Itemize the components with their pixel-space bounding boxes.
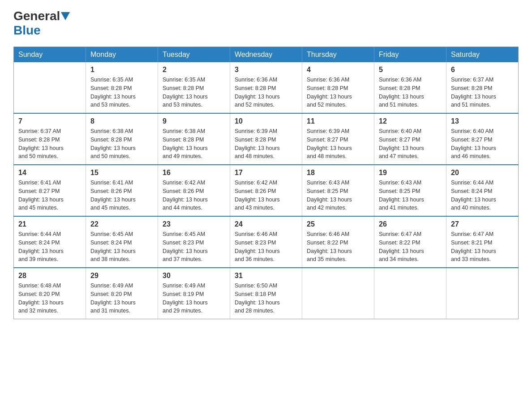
day-number: 26 bbox=[379, 220, 442, 228]
day-number: 12 bbox=[379, 117, 442, 125]
day-number: 11 bbox=[307, 117, 369, 125]
day-info: Sunrise: 6:38 AM Sunset: 8:28 PM Dayligh… bbox=[163, 127, 225, 161]
calendar-cell bbox=[302, 268, 374, 319]
calendar-cell: 31Sunrise: 6:50 AM Sunset: 8:18 PM Dayli… bbox=[230, 268, 302, 319]
calendar-cell: 18Sunrise: 6:43 AM Sunset: 8:25 PM Dayli… bbox=[302, 165, 374, 216]
header-wednesday: Wednesday bbox=[230, 47, 302, 63]
day-number: 10 bbox=[235, 117, 297, 125]
calendar-header-row: SundayMondayTuesdayWednesdayThursdayFrid… bbox=[14, 47, 519, 63]
calendar-cell bbox=[14, 62, 86, 113]
calendar-cell: 26Sunrise: 6:47 AM Sunset: 8:22 PM Dayli… bbox=[374, 216, 446, 268]
calendar-week-row: 7Sunrise: 6:37 AM Sunset: 8:28 PM Daylig… bbox=[14, 113, 519, 165]
day-number: 20 bbox=[451, 169, 514, 177]
day-info: Sunrise: 6:37 AM Sunset: 8:28 PM Dayligh… bbox=[451, 76, 514, 109]
day-number: 18 bbox=[307, 169, 369, 177]
calendar-week-row: 14Sunrise: 6:41 AM Sunset: 8:27 PM Dayli… bbox=[14, 165, 519, 216]
day-info: Sunrise: 6:43 AM Sunset: 8:25 PM Dayligh… bbox=[307, 179, 369, 212]
calendar-cell: 8Sunrise: 6:38 AM Sunset: 8:28 PM Daylig… bbox=[86, 113, 158, 165]
header-thursday: Thursday bbox=[302, 47, 374, 63]
day-info: Sunrise: 6:49 AM Sunset: 8:19 PM Dayligh… bbox=[163, 282, 225, 315]
day-info: Sunrise: 6:37 AM Sunset: 8:28 PM Dayligh… bbox=[18, 127, 81, 161]
logo: General Blue bbox=[13, 9, 71, 38]
day-number: 7 bbox=[18, 117, 81, 125]
day-info: Sunrise: 6:36 AM Sunset: 8:28 PM Dayligh… bbox=[379, 76, 442, 109]
day-info: Sunrise: 6:47 AM Sunset: 8:21 PM Dayligh… bbox=[451, 230, 514, 264]
calendar-cell: 2Sunrise: 6:35 AM Sunset: 8:28 PM Daylig… bbox=[158, 62, 230, 113]
calendar-cell: 30Sunrise: 6:49 AM Sunset: 8:19 PM Dayli… bbox=[158, 268, 230, 319]
day-info: Sunrise: 6:46 AM Sunset: 8:22 PM Dayligh… bbox=[307, 230, 369, 264]
calendar-cell: 16Sunrise: 6:42 AM Sunset: 8:26 PM Dayli… bbox=[158, 165, 230, 216]
calendar-week-row: 1Sunrise: 6:35 AM Sunset: 8:28 PM Daylig… bbox=[14, 62, 519, 113]
day-number: 4 bbox=[307, 66, 369, 74]
header-monday: Monday bbox=[86, 47, 158, 63]
day-info: Sunrise: 6:35 AM Sunset: 8:28 PM Dayligh… bbox=[90, 76, 153, 109]
day-number: 28 bbox=[18, 272, 81, 280]
calendar-cell: 14Sunrise: 6:41 AM Sunset: 8:27 PM Dayli… bbox=[14, 165, 86, 216]
day-info: Sunrise: 6:41 AM Sunset: 8:26 PM Dayligh… bbox=[90, 179, 153, 212]
day-number: 24 bbox=[235, 220, 297, 228]
calendar-cell: 13Sunrise: 6:40 AM Sunset: 8:27 PM Dayli… bbox=[446, 113, 519, 165]
header-tuesday: Tuesday bbox=[158, 47, 230, 63]
calendar-cell: 3Sunrise: 6:36 AM Sunset: 8:28 PM Daylig… bbox=[230, 62, 302, 113]
day-info: Sunrise: 6:39 AM Sunset: 8:27 PM Dayligh… bbox=[307, 127, 369, 161]
calendar-table: SundayMondayTuesdayWednesdayThursdayFrid… bbox=[13, 47, 519, 319]
day-number: 15 bbox=[90, 169, 153, 177]
day-info: Sunrise: 6:40 AM Sunset: 8:27 PM Dayligh… bbox=[379, 127, 442, 161]
calendar-cell: 17Sunrise: 6:42 AM Sunset: 8:26 PM Dayli… bbox=[230, 165, 302, 216]
header-friday: Friday bbox=[374, 47, 446, 63]
day-info: Sunrise: 6:49 AM Sunset: 8:20 PM Dayligh… bbox=[90, 282, 153, 315]
day-info: Sunrise: 6:48 AM Sunset: 8:20 PM Dayligh… bbox=[18, 282, 81, 315]
day-info: Sunrise: 6:40 AM Sunset: 8:27 PM Dayligh… bbox=[451, 127, 514, 161]
calendar-cell bbox=[446, 268, 519, 319]
header-sunday: Sunday bbox=[14, 47, 86, 63]
calendar-cell: 4Sunrise: 6:36 AM Sunset: 8:28 PM Daylig… bbox=[302, 62, 374, 113]
day-info: Sunrise: 6:41 AM Sunset: 8:27 PM Dayligh… bbox=[18, 179, 81, 212]
calendar-cell: 21Sunrise: 6:44 AM Sunset: 8:24 PM Dayli… bbox=[14, 216, 86, 268]
day-number: 22 bbox=[90, 220, 153, 228]
day-info: Sunrise: 6:50 AM Sunset: 8:18 PM Dayligh… bbox=[235, 282, 297, 315]
calendar-cell: 6Sunrise: 6:37 AM Sunset: 8:28 PM Daylig… bbox=[446, 62, 519, 113]
calendar-cell: 20Sunrise: 6:44 AM Sunset: 8:24 PM Dayli… bbox=[446, 165, 519, 216]
calendar-cell: 11Sunrise: 6:39 AM Sunset: 8:27 PM Dayli… bbox=[302, 113, 374, 165]
day-info: Sunrise: 6:43 AM Sunset: 8:25 PM Dayligh… bbox=[379, 179, 442, 212]
calendar-cell: 12Sunrise: 6:40 AM Sunset: 8:27 PM Dayli… bbox=[374, 113, 446, 165]
day-number: 8 bbox=[90, 117, 153, 125]
day-info: Sunrise: 6:45 AM Sunset: 8:24 PM Dayligh… bbox=[90, 230, 153, 264]
calendar-week-row: 21Sunrise: 6:44 AM Sunset: 8:24 PM Dayli… bbox=[14, 216, 519, 268]
day-number: 27 bbox=[451, 220, 514, 228]
day-info: Sunrise: 6:47 AM Sunset: 8:22 PM Dayligh… bbox=[379, 230, 442, 264]
header-saturday: Saturday bbox=[446, 47, 519, 63]
day-number: 30 bbox=[163, 272, 225, 280]
day-number: 9 bbox=[163, 117, 225, 125]
logo-general-text: General bbox=[13, 9, 60, 23]
day-number: 16 bbox=[163, 169, 225, 177]
calendar-cell: 23Sunrise: 6:45 AM Sunset: 8:23 PM Dayli… bbox=[158, 216, 230, 268]
day-number: 25 bbox=[307, 220, 369, 228]
calendar-cell: 28Sunrise: 6:48 AM Sunset: 8:20 PM Dayli… bbox=[14, 268, 86, 319]
day-info: Sunrise: 6:38 AM Sunset: 8:28 PM Dayligh… bbox=[90, 127, 153, 161]
day-info: Sunrise: 6:36 AM Sunset: 8:28 PM Dayligh… bbox=[307, 76, 369, 109]
day-number: 19 bbox=[379, 169, 442, 177]
calendar-cell: 29Sunrise: 6:49 AM Sunset: 8:20 PM Dayli… bbox=[86, 268, 158, 319]
day-number: 3 bbox=[235, 66, 297, 74]
day-number: 13 bbox=[451, 117, 514, 125]
day-info: Sunrise: 6:44 AM Sunset: 8:24 PM Dayligh… bbox=[18, 230, 81, 264]
day-number: 5 bbox=[379, 66, 442, 74]
day-info: Sunrise: 6:36 AM Sunset: 8:28 PM Dayligh… bbox=[235, 76, 297, 109]
day-info: Sunrise: 6:35 AM Sunset: 8:28 PM Dayligh… bbox=[163, 76, 225, 109]
calendar-cell: 10Sunrise: 6:39 AM Sunset: 8:28 PM Dayli… bbox=[230, 113, 302, 165]
calendar-cell: 15Sunrise: 6:41 AM Sunset: 8:26 PM Dayli… bbox=[86, 165, 158, 216]
calendar-cell: 24Sunrise: 6:46 AM Sunset: 8:23 PM Dayli… bbox=[230, 216, 302, 268]
day-number: 31 bbox=[235, 272, 297, 280]
day-number: 29 bbox=[90, 272, 153, 280]
day-info: Sunrise: 6:46 AM Sunset: 8:23 PM Dayligh… bbox=[235, 230, 297, 264]
day-number: 2 bbox=[163, 66, 225, 74]
day-number: 6 bbox=[451, 66, 514, 74]
calendar-cell: 1Sunrise: 6:35 AM Sunset: 8:28 PM Daylig… bbox=[86, 62, 158, 113]
day-number: 17 bbox=[235, 169, 297, 177]
day-number: 1 bbox=[90, 66, 153, 74]
day-info: Sunrise: 6:44 AM Sunset: 8:24 PM Dayligh… bbox=[451, 179, 514, 212]
day-info: Sunrise: 6:45 AM Sunset: 8:23 PM Dayligh… bbox=[163, 230, 225, 264]
day-info: Sunrise: 6:42 AM Sunset: 8:26 PM Dayligh… bbox=[163, 179, 225, 212]
logo-triangle-icon bbox=[61, 12, 70, 20]
